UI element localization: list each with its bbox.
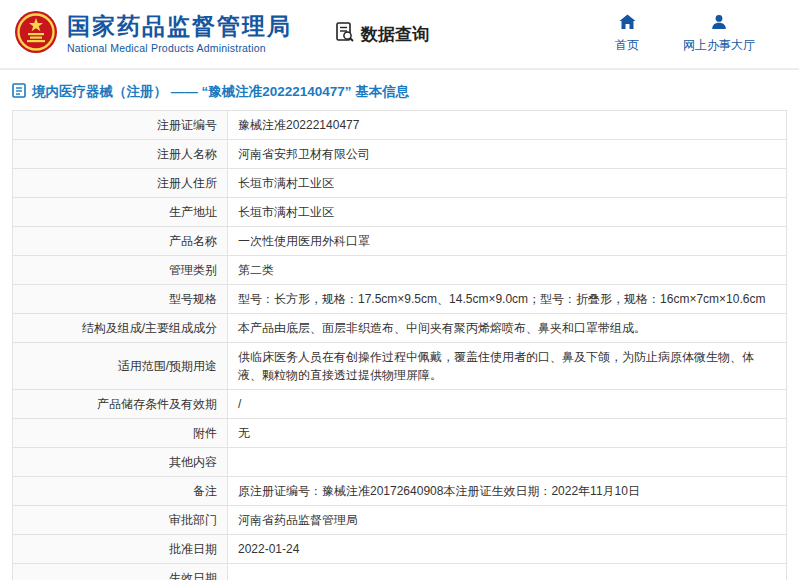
home-icon	[619, 14, 636, 33]
row-value: 本产品由底层、面层非织造布、中间夹有聚丙烯熔喷布、鼻夹和口罩带组成。	[228, 314, 787, 343]
table-row: 注册人名称 河南省安邦卫材有限公司	[13, 140, 787, 169]
top-header: 国家药品监督管理局 National Medical Products Admi…	[0, 0, 799, 70]
row-value: 无	[228, 419, 787, 448]
row-value: 长垣市满村工业区	[228, 198, 787, 227]
table-row: 管理类别 第二类	[13, 256, 787, 285]
table-row: 注册人住所 长垣市满村工业区	[13, 169, 787, 198]
row-label: 生产地址	[13, 198, 228, 227]
row-value: 豫械注准20222140477	[228, 111, 787, 140]
row-label: 生效日期	[13, 564, 228, 580]
nav-item-service-hall[interactable]: 网上办事大厅	[683, 14, 755, 54]
row-label: 注册人名称	[13, 140, 228, 169]
table-row: 注册证编号 豫械注准20222140477	[13, 111, 787, 140]
national-emblem-icon	[14, 10, 58, 58]
brand: 国家药品监督管理局 National Medical Products Admi…	[14, 10, 292, 58]
table-row: 适用范围/预期用途 供临床医务人员在有创操作过程中佩戴，覆盖住使用者的口、鼻及下…	[13, 343, 787, 390]
table-row: 其他内容	[13, 448, 787, 477]
row-label: 产品名称	[13, 227, 228, 256]
nav-item-label: 首页	[615, 37, 639, 54]
row-label: 产品储存条件及有效期	[13, 390, 228, 419]
row-value: 供临床医务人员在有创操作过程中佩戴，覆盖住使用者的口、鼻及下颌，为防止病原体微生…	[228, 343, 787, 390]
section-title-label: 数据查询	[361, 23, 429, 46]
row-label: 其他内容	[13, 448, 228, 477]
table-row: 生产地址 长垣市满村工业区	[13, 198, 787, 227]
row-label: 批准日期	[13, 535, 228, 564]
row-label: 管理类别	[13, 256, 228, 285]
row-label: 结构及组成/主要组成成分	[13, 314, 228, 343]
row-value: 河南省安邦卫材有限公司	[228, 140, 787, 169]
nav-item-home[interactable]: 首页	[615, 14, 639, 54]
table-row: 结构及组成/主要组成成分 本产品由底层、面层非织造布、中间夹有聚丙烯熔喷布、鼻夹…	[13, 314, 787, 343]
row-value: 河南省药品监督管理局	[228, 506, 787, 535]
row-value: 原注册证编号：豫械注准20172640908本注册证生效日期：2022年11月1…	[228, 477, 787, 506]
row-label: 审批部门	[13, 506, 228, 535]
row-label: 备注	[13, 477, 228, 506]
table-row: 产品名称 一次性使用医用外科口罩	[13, 227, 787, 256]
document-icon	[12, 83, 26, 101]
page-title: 境内医疗器械（注册） —— “豫械注准20222140477” 基本信息	[32, 83, 409, 101]
person-icon	[711, 14, 727, 33]
table-row: 产品储存条件及有效期 /	[13, 390, 787, 419]
row-label: 适用范围/预期用途	[13, 343, 228, 390]
data-query-icon	[334, 21, 356, 48]
row-label: 型号规格	[13, 285, 228, 314]
table-row: 审批部门 河南省药品监督管理局	[13, 506, 787, 535]
section-title: 数据查询	[334, 21, 429, 48]
brand-text: 国家药品监督管理局 National Medical Products Admi…	[67, 14, 292, 54]
table-row: 附件 无	[13, 419, 787, 448]
nav-item-label: 网上办事大厅	[683, 37, 755, 54]
top-nav: 首页 网上办事大厅	[615, 14, 773, 54]
table-row: 批准日期 2022-01-24	[13, 535, 787, 564]
table-row: 备注 原注册证编号：豫械注准20172640908本注册证生效日期：2022年1…	[13, 477, 787, 506]
row-label: 注册证编号	[13, 111, 228, 140]
row-value: 第二类	[228, 256, 787, 285]
row-value	[228, 564, 787, 580]
table-row: 生效日期	[13, 564, 787, 580]
row-value: /	[228, 390, 787, 419]
row-value: 型号：长方形，规格：17.5cm×9.5cm、14.5cm×9.0cm；型号：折…	[228, 285, 787, 314]
page-title-bar: 境内医疗器械（注册） —— “豫械注准20222140477” 基本信息	[0, 70, 799, 110]
row-value: 2022-01-24	[228, 535, 787, 564]
row-value	[228, 448, 787, 477]
table-row: 型号规格 型号：长方形，规格：17.5cm×9.5cm、14.5cm×9.0cm…	[13, 285, 787, 314]
row-value: 长垣市满村工业区	[228, 169, 787, 198]
row-label: 注册人住所	[13, 169, 228, 198]
org-name-cn: 国家药品监督管理局	[67, 14, 292, 39]
row-label: 附件	[13, 419, 228, 448]
registration-info-table: 注册证编号 豫械注准20222140477 注册人名称 河南省安邦卫材有限公司 …	[12, 110, 787, 580]
org-name-en: National Medical Products Administration	[67, 42, 292, 54]
row-value: 一次性使用医用外科口罩	[228, 227, 787, 256]
